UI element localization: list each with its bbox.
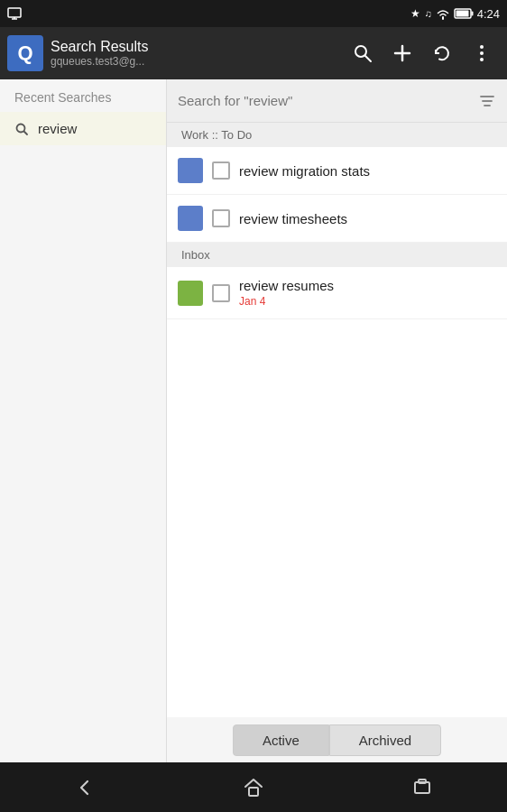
active-tab-button[interactable]: Active	[233, 724, 329, 756]
sidebar-item-review[interactable]: review	[0, 112, 166, 145]
task-checkbox-3[interactable]	[212, 284, 230, 302]
toolbar-title-block: Search Results gqueues.test3@g...	[51, 39, 337, 68]
search-bar	[167, 79, 507, 123]
archived-tab-button[interactable]: Archived	[329, 724, 441, 756]
svg-point-6	[355, 46, 366, 57]
task-color-block-3	[178, 281, 203, 306]
sidebar-item-label: review	[38, 121, 77, 136]
recents-nav-button[interactable]	[395, 770, 449, 806]
status-bar-right: ★ ♫ 4:24	[410, 7, 500, 21]
task-text-block-3: review resumes Jan 4	[239, 278, 496, 308]
toolbar: Q Search Results gqueues.test3@g...	[0, 27, 507, 79]
headphone-icon: ♫	[424, 8, 431, 19]
svg-rect-18	[249, 788, 258, 796]
bottom-action-bar: Active Archived	[167, 717, 507, 762]
task-title-2: review timesheets	[239, 211, 496, 226]
toolbar-title: Search Results	[51, 39, 337, 55]
task-checkbox-2[interactable]	[212, 209, 230, 227]
task-title-1: review migration stats	[239, 163, 496, 179]
refresh-icon	[432, 43, 452, 63]
section-header-inbox: Inbox	[167, 243, 507, 267]
task-text-block-1: review migration stats	[239, 163, 496, 179]
task-title-3: review resumes	[239, 278, 496, 293]
sidebar-header: Recent Searches	[0, 79, 166, 112]
task-item-2[interactable]: review timesheets	[167, 195, 507, 243]
svg-point-11	[480, 51, 484, 55]
refresh-button[interactable]	[424, 35, 460, 71]
more-button[interactable]	[464, 35, 500, 71]
main-container: Recent Searches review Work :: To Do	[0, 79, 507, 762]
add-icon	[392, 43, 412, 63]
app-logo: Q	[7, 35, 43, 71]
add-button[interactable]	[384, 35, 420, 71]
svg-line-7	[365, 56, 371, 61]
search-button[interactable]	[345, 35, 381, 71]
task-text-block-2: review timesheets	[239, 211, 496, 226]
more-icon	[479, 43, 484, 63]
toolbar-subtitle: gqueues.test3@g...	[51, 55, 337, 68]
svg-rect-0	[8, 8, 21, 17]
status-bar-left	[7, 7, 22, 20]
wifi-icon	[436, 8, 450, 20]
svg-point-12	[480, 58, 484, 61]
status-bar: ★ ♫ 4:24	[0, 0, 507, 27]
search-icon-small	[14, 122, 29, 136]
battery-icon	[454, 8, 474, 19]
svg-rect-5	[456, 11, 468, 17]
home-nav-button[interactable]	[226, 770, 281, 806]
svg-line-14	[24, 131, 28, 134]
content-area: Work :: To Do review migration stats rev…	[167, 79, 507, 762]
task-color-block-1	[178, 158, 203, 183]
filter-icon	[478, 92, 496, 110]
search-icon	[353, 43, 373, 63]
task-item-3[interactable]: review resumes Jan 4	[167, 267, 507, 319]
svg-rect-4	[471, 12, 473, 16]
toolbar-actions	[345, 35, 500, 71]
back-icon	[74, 777, 96, 798]
recents-icon	[411, 777, 433, 798]
svg-point-10	[480, 45, 484, 49]
status-time: 4:24	[477, 7, 500, 21]
task-date-3: Jan 4	[239, 295, 496, 308]
screen-icon	[7, 7, 22, 20]
section-header-work: Work :: To Do	[167, 123, 507, 147]
search-input[interactable]	[178, 93, 471, 108]
sidebar: Recent Searches review	[0, 79, 167, 762]
task-color-block-2	[178, 206, 203, 231]
task-checkbox-1[interactable]	[212, 161, 230, 180]
home-icon	[243, 777, 264, 798]
back-nav-button[interactable]	[58, 770, 112, 806]
task-item-1[interactable]: review migration stats	[167, 147, 507, 195]
bluetooth-icon: ★	[410, 7, 420, 20]
bottom-nav	[0, 762, 507, 812]
